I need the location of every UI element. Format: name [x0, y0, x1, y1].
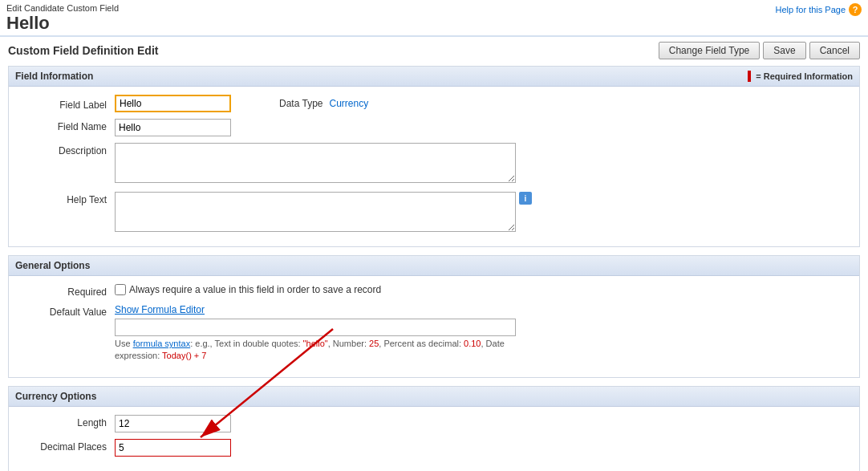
field-name-control	[115, 119, 850, 136]
field-information-body: Field Label Data Type Currency Field Nam…	[9, 87, 859, 246]
help-text-textarea[interactable]	[115, 192, 516, 232]
formula-syntax-link[interactable]: formula syntax	[133, 339, 191, 348]
field-name-input[interactable]	[115, 119, 231, 136]
content: Custom Field Definition Edit Change Fiel…	[0, 37, 868, 471]
required-row: Required Always require a value in this …	[18, 284, 850, 298]
length-input[interactable]	[115, 415, 231, 432]
field-information-title: Field Information	[15, 71, 93, 82]
top-bar: Edit Candidate Custom Field Hello Help f…	[0, 0, 868, 34]
description-textarea[interactable]	[115, 143, 516, 183]
general-options-body: Required Always require a value in this …	[9, 276, 859, 377]
change-field-type-button[interactable]: Change Field Type	[659, 42, 761, 59]
hint-number: 25	[369, 339, 379, 348]
required-checkbox-label: Always require a value in this field in …	[129, 284, 381, 295]
section-header-title: Custom Field Definition Edit	[8, 44, 158, 57]
required-checkbox-row: Always require a value in this field in …	[115, 284, 850, 295]
hint-percent: 0.10	[464, 339, 481, 348]
field-information-panel: Field Information = Required Information…	[8, 66, 860, 247]
description-row: Description	[18, 143, 850, 185]
default-value-control: Show Formula Editor Use formula syntax: …	[115, 304, 850, 363]
top-left: Edit Candidate Custom Field Hello	[6, 3, 119, 34]
toolbar-row: Custom Field Definition Edit Change Fiel…	[8, 42, 860, 59]
page-title: Hello	[6, 13, 119, 34]
help-text-control: i	[115, 192, 850, 232]
help-text-label: Help Text	[18, 192, 115, 205]
show-formula-editor-link[interactable]: Show Formula Editor	[115, 304, 205, 315]
length-label: Length	[18, 415, 115, 428]
field-name-row: Field Name	[18, 119, 850, 136]
general-options-title: General Options	[15, 260, 90, 271]
cancel-button[interactable]: Cancel	[809, 42, 860, 59]
general-options-panel: General Options Required Always require …	[8, 255, 860, 378]
field-information-header: Field Information = Required Information	[9, 67, 859, 87]
currency-options-body: Length Decimal Places	[9, 407, 859, 471]
decimal-places-label: Decimal Places	[18, 439, 115, 453]
field-label-input[interactable]	[115, 95, 231, 112]
field-label-label: Field Label	[18, 97, 115, 111]
default-value-row: Default Value Show Formula Editor Use fo…	[18, 304, 850, 363]
required-checkbox[interactable]	[115, 284, 126, 295]
decimal-places-row: Decimal Places	[18, 439, 850, 457]
save-button[interactable]: Save	[763, 42, 805, 59]
hint-date: Today() + 7	[162, 351, 206, 360]
field-name-label: Field Name	[18, 119, 115, 132]
formula-hint: Use formula syntax: e.g., Text in double…	[115, 338, 516, 363]
currency-options-header: Currency Options	[9, 387, 859, 407]
toolbar-buttons: Change Field Type Save Cancel	[659, 42, 860, 59]
default-value-label: Default Value	[18, 304, 115, 318]
currency-options-panel: Currency Options Length Decimal Places	[8, 386, 860, 471]
data-type-value: Currency	[329, 98, 368, 109]
help-icon[interactable]: ?	[849, 3, 862, 16]
required-legend-text: = Required Information	[756, 71, 853, 81]
top-right: Help for this Page ?	[776, 3, 862, 16]
description-label: Description	[18, 143, 115, 156]
currency-options-title: Currency Options	[15, 391, 96, 402]
required-legend: = Required Information	[748, 71, 853, 82]
decimal-places-control	[115, 439, 850, 457]
info-icon[interactable]: i	[519, 192, 532, 205]
page-subtitle: Edit Candidate Custom Field	[6, 3, 119, 13]
help-link[interactable]: Help for this Page	[776, 5, 846, 14]
help-text-row: Help Text i	[18, 192, 850, 232]
required-bar	[748, 71, 751, 82]
description-control	[115, 143, 850, 185]
general-options-header: General Options	[9, 256, 859, 276]
decimal-places-input[interactable]	[115, 439, 231, 457]
length-row: Length	[18, 415, 850, 432]
field-label-row: Field Label Data Type Currency	[18, 95, 850, 112]
hint-hello: "hello"	[303, 339, 328, 348]
formula-input[interactable]	[115, 319, 516, 336]
length-control	[115, 415, 850, 432]
data-type-label: Data Type	[279, 98, 322, 109]
required-label: Required	[18, 284, 115, 298]
required-control: Always require a value in this field in …	[115, 284, 850, 295]
